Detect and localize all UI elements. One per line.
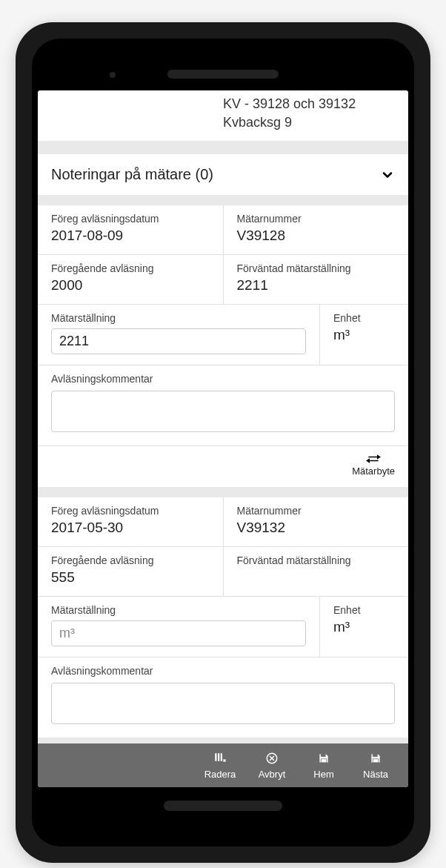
screen: KV - 39128 och 39132 Kvbacksg 9 Notering… <box>38 90 408 787</box>
unit-label: Enhet <box>333 604 395 616</box>
reading-input[interactable] <box>51 620 306 646</box>
meter-number-value: V39128 <box>237 228 396 244</box>
content-area: KV - 39128 och 39132 Kvbacksg 9 Notering… <box>38 90 408 743</box>
prev-reading-label: Föregående avläsning <box>51 554 210 566</box>
meter-swap-button[interactable]: Mätarbyte <box>352 454 395 477</box>
unit-value: m³ <box>333 327 395 343</box>
unit-label: Enhet <box>333 312 395 324</box>
nav-cancel-button[interactable]: Avbryt <box>248 751 296 780</box>
comment-label: Avläsningskommentar <box>51 373 395 385</box>
row-prevreading-expected: Föregående avläsning 2000 Förväntad mäta… <box>38 255 408 305</box>
nav-delete-label: Radera <box>204 769 236 780</box>
phone-body: KV - 39128 och 39132 Kvbacksg 9 Notering… <box>32 39 414 847</box>
row-reading-unit: Mätarställning Enhet m³ <box>38 597 408 657</box>
meter-section-1: Föreg avläsningsdatum 2017-05-30 Mätarnu… <box>38 497 408 738</box>
prev-reading-value: 555 <box>51 569 210 586</box>
row-prevdate-number: Föreg avläsningsdatum 2017-08-09 Mätarnu… <box>38 205 408 255</box>
expected-value: 2211 <box>237 277 396 294</box>
cell-comment: Avläsningskommentar <box>38 365 408 445</box>
cell-expected: Förväntad mätarställning <box>223 547 409 596</box>
cell-meter-number: Mätarnummer V39132 <box>223 497 409 546</box>
prev-reading-label: Föregående avläsning <box>51 262 210 274</box>
nav-delete-button[interactable]: Radera <box>196 751 244 780</box>
cell-prev-date: Föreg avläsningsdatum 2017-08-09 <box>38 205 223 254</box>
cell-comment: Avläsningskommentar <box>38 657 408 738</box>
cell-meter-number: Mätarnummer V39128 <box>223 205 409 254</box>
meter-number-label: Mätarnummer <box>237 505 396 517</box>
meter-section-0: Föreg avläsningsdatum 2017-08-09 Mätarnu… <box>38 205 408 487</box>
prev-date-label: Föreg avläsningsdatum <box>51 213 210 225</box>
row-comment: Avläsningskommentar <box>38 365 408 446</box>
meter-swap-label: Mätarbyte <box>352 466 395 477</box>
prev-date-value: 2017-08-09 <box>51 228 210 244</box>
bottom-nav: Radera Avbryt Hem <box>38 743 408 787</box>
nav-next-label: Nästa <box>363 769 388 780</box>
reading-label: Mätarställning <box>51 312 306 324</box>
notes-title: Noteringar på mätare (0) <box>51 166 213 183</box>
reading-label: Mätarställning <box>51 604 306 616</box>
header-left <box>51 95 223 132</box>
svg-rect-2 <box>221 753 222 761</box>
row-comment: Avläsningskommentar <box>38 657 408 738</box>
nav-home-button[interactable]: Hem <box>300 751 347 780</box>
comment-label: Avläsningskommentar <box>51 665 395 677</box>
notes-accordion[interactable]: Noteringar på mätare (0) <box>38 154 408 195</box>
cell-unit: Enhet m³ <box>319 305 408 365</box>
swap-horizontal-icon <box>366 454 381 464</box>
row-prevdate-number: Föreg avläsningsdatum 2017-05-30 Mätarnu… <box>38 497 408 547</box>
expected-label: Förväntad mätarställning <box>237 262 396 274</box>
phone-speaker <box>167 70 279 79</box>
phone-camera-dot <box>110 72 116 78</box>
header-block: KV - 39128 och 39132 Kvbacksg 9 <box>38 90 408 141</box>
comment-input[interactable] <box>51 683 395 724</box>
cell-expected: Förväntad mätarställning 2211 <box>223 255 409 304</box>
cell-reading: Mätarställning <box>38 305 319 365</box>
nav-cancel-label: Avbryt <box>259 769 286 780</box>
svg-rect-1 <box>218 753 219 761</box>
nav-home-label: Hem <box>313 769 333 780</box>
save-icon <box>316 751 331 766</box>
phone-home-bar <box>164 801 282 811</box>
meter-number-label: Mätarnummer <box>237 213 396 225</box>
meter-number-value: V39132 <box>237 520 396 536</box>
svg-rect-0 <box>215 753 216 761</box>
prev-reading-value: 2000 <box>51 277 210 294</box>
delete-icon <box>213 751 227 766</box>
row-prevreading-expected: Föregående avläsning 555 Förväntad mätar… <box>38 547 408 597</box>
unit-value: m³ <box>333 619 395 635</box>
header-right: KV - 39128 och 39132 Kvbacksg 9 <box>223 95 395 132</box>
prev-date-value: 2017-05-30 <box>51 520 210 536</box>
phone-frame: KV - 39128 och 39132 Kvbacksg 9 Notering… <box>16 22 430 863</box>
cell-prev-reading: Föregående avläsning 2000 <box>38 255 223 304</box>
cell-unit: Enhet m³ <box>319 597 408 657</box>
meter-actions: Mätarbyte <box>38 446 408 487</box>
header-line-2: Kvbacksg 9 <box>223 113 395 132</box>
cell-prev-date: Föreg avläsningsdatum 2017-05-30 <box>38 497 223 546</box>
header-line-1: KV - 39128 och 39132 <box>223 95 395 113</box>
save-icon <box>368 751 383 766</box>
reading-input[interactable] <box>51 328 306 354</box>
cancel-icon <box>264 751 279 766</box>
row-reading-unit: Mätarställning Enhet m³ <box>38 305 408 365</box>
expected-label: Förväntad mätarställning <box>237 554 396 566</box>
cell-prev-reading: Föregående avläsning 555 <box>38 547 223 596</box>
prev-date-label: Föreg avläsningsdatum <box>51 505 210 517</box>
nav-next-button[interactable]: Nästa <box>352 751 399 780</box>
chevron-down-icon <box>380 168 395 182</box>
cell-reading: Mätarställning <box>38 597 319 657</box>
comment-input[interactable] <box>51 391 395 432</box>
